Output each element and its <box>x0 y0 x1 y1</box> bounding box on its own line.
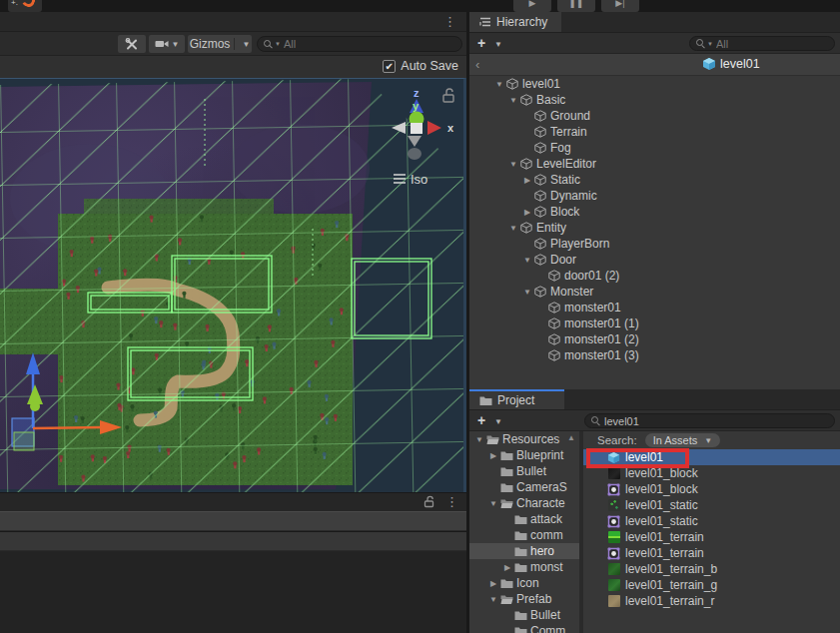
hierarchy-item-leveleditor[interactable]: ▼LevelEditor <box>469 156 840 172</box>
hierarchy-icon <box>479 17 491 27</box>
result-item-level01_block[interactable]: level01_block <box>583 465 840 481</box>
folder-item-monst[interactable]: ▶monst <box>469 559 579 575</box>
project-add-button[interactable]: + <box>477 414 485 426</box>
axis-y-label: y <box>413 100 420 112</box>
hierarchy-item-entity[interactable]: ▼Entity <box>469 220 840 236</box>
folder-item-cameras[interactable]: CameraS <box>469 479 579 495</box>
result-item-level01_block[interactable]: level01_block <box>583 481 840 497</box>
auto-save-toggle[interactable]: ✔ Auto Save <box>383 59 458 73</box>
folder-item-blueprint[interactable]: ▶Blueprint <box>469 447 579 463</box>
expander-icon[interactable]: ▶ <box>487 579 499 588</box>
auto-save-checkbox[interactable]: ✔ <box>383 60 396 73</box>
row-label: Dynamic <box>550 189 597 203</box>
tab-project[interactable]: Project <box>469 389 564 409</box>
scene-kebab-menu-icon[interactable]: ⋮ <box>443 15 456 28</box>
pause-icon: ❚❚ <box>568 0 583 8</box>
result-item-level01_terrain[interactable]: level01_terrain <box>583 545 840 561</box>
tab-hierarchy[interactable]: Hierarchy <box>469 12 561 32</box>
folder-item-bullet[interactable]: Bullet <box>469 463 579 479</box>
play-icon: ▶ <box>529 0 536 8</box>
folder-item-bullet[interactable]: Bullet <box>469 607 579 623</box>
hierarchy-item-level01[interactable]: ▼level01 <box>469 76 840 92</box>
hierarchy-item-terrain[interactable]: Terrain <box>469 124 840 140</box>
project-search-field[interactable] <box>584 413 835 428</box>
folder-item-prefab[interactable]: ▼Prefab <box>469 591 579 607</box>
result-item-level01_static[interactable]: level01_static <box>583 497 840 513</box>
folder-item-comm[interactable]: comm <box>469 527 579 543</box>
gizmos-label: Gizmos <box>190 37 231 51</box>
expander-icon[interactable]: ▶ <box>487 451 499 460</box>
scene-viewport[interactable]: z y x Iso <box>0 78 466 492</box>
hierarchy-item-monster01-3-[interactable]: monster01 (3) <box>469 347 840 363</box>
result-item-level01_terrain_r[interactable]: level01_terrain_r <box>583 593 840 609</box>
lock-open-icon <box>443 89 453 102</box>
folder-item-attack[interactable]: attack <box>469 511 579 527</box>
main-toolbar-strip: +. ▶ ❚❚ ▶| <box>0 0 840 12</box>
folder-item-hero[interactable]: hero <box>469 543 579 559</box>
hierarchy-item-block[interactable]: ▶Block <box>469 204 840 220</box>
expander-icon[interactable]: ▶ <box>521 208 533 217</box>
cube-icon <box>547 270 561 282</box>
folder-item-comm[interactable]: Comm <box>469 623 579 633</box>
folder-item-icon[interactable]: ▶Icon <box>469 575 579 591</box>
hierarchy-item-monster01-1-[interactable]: monster01 (1) <box>469 316 840 331</box>
result-item-level01[interactable]: level01 <box>583 449 840 465</box>
hierarchy-item-playerborn[interactable]: PlayerBorn <box>469 236 840 252</box>
bottom-kebab-menu-icon[interactable]: ⋮ <box>445 495 458 508</box>
collab-orange-icon[interactable]: +. <box>8 0 42 12</box>
gizmos-button[interactable]: Gizmos ▼ <box>188 35 252 53</box>
expander-icon[interactable]: ▼ <box>493 80 505 89</box>
scene-search-input[interactable] <box>284 38 455 50</box>
folder-item-characte[interactable]: ▼Characte <box>469 495 579 511</box>
row-label: level01 <box>522 77 560 91</box>
cube-icon <box>533 238 547 250</box>
hierarchy-item-static[interactable]: ▶Static <box>469 172 840 188</box>
hierarchy-item-fog[interactable]: Fog <box>469 140 840 156</box>
hierarchy-item-dynamic[interactable]: Dynamic <box>469 188 840 204</box>
scrollbar-up-icon[interactable]: ▲ <box>567 433 575 442</box>
folder-icon <box>499 482 513 493</box>
expander-icon[interactable]: ▼ <box>521 256 533 265</box>
project-search-input[interactable] <box>604 415 828 427</box>
breadcrumb-prefab-item[interactable]: level01 <box>702 57 760 71</box>
step-button[interactable]: ▶| <box>601 0 639 12</box>
expander-icon[interactable]: ▼ <box>487 499 499 508</box>
hierarchy-search-input[interactable] <box>716 38 828 50</box>
hierarchy-item-door[interactable]: ▼Door <box>469 252 840 268</box>
project-add-caret-icon[interactable]: ▼ <box>494 417 502 426</box>
tools-button[interactable] <box>118 35 146 53</box>
hierarchy-item-monster[interactable]: ▼Monster <box>469 284 840 300</box>
expander-icon[interactable]: ▶ <box>521 176 533 185</box>
breadcrumb-back-icon[interactable]: ‹ <box>475 57 479 72</box>
search-icon <box>264 40 273 49</box>
hierarchy-item-monster01[interactable]: monster01 <box>469 300 840 316</box>
result-item-level01_static[interactable]: level01_static <box>583 513 840 529</box>
expander-icon[interactable]: ▶ <box>501 563 513 572</box>
hierarchy-add-button[interactable]: + <box>477 37 485 49</box>
hierarchy-item-ground[interactable]: Ground <box>469 108 840 124</box>
row-label: Block <box>550 205 579 219</box>
pause-button[interactable]: ❚❚ <box>557 0 595 12</box>
hierarchy-add-caret-icon[interactable]: ▼ <box>494 40 502 49</box>
expander-icon[interactable]: ▼ <box>487 595 499 604</box>
hierarchy-item-monster01-2-[interactable]: monster01 (2) <box>469 331 840 347</box>
result-item-level01_terrain_g[interactable]: level01_terrain_g <box>583 577 840 593</box>
expander-icon[interactable]: ▼ <box>507 224 519 233</box>
expander-icon[interactable]: ▼ <box>507 96 519 105</box>
hierarchy-search-field[interactable]: ▼ <box>689 36 835 51</box>
folder-item-resources[interactable]: ▼Resources <box>469 431 579 447</box>
hierarchy-item-basic[interactable]: ▼Basic <box>469 92 840 108</box>
lock-open-icon[interactable] <box>422 495 435 508</box>
expander-icon[interactable]: ▼ <box>507 160 519 169</box>
search-scope-pill[interactable]: In Assets ▼ <box>645 433 721 447</box>
play-button[interactable]: ▶ <box>513 0 551 12</box>
camera-view-button[interactable]: ▼ <box>149 35 185 53</box>
result-item-level01_terrain_b[interactable]: level01_terrain_b <box>583 561 840 577</box>
result-label: level01_block <box>625 482 698 496</box>
scene-search-field[interactable]: ▼ <box>257 36 462 52</box>
hierarchy-item-door01-2-[interactable]: door01 (2) <box>469 268 840 284</box>
expander-icon[interactable]: ▼ <box>521 288 533 297</box>
scope-caret-icon: ▼ <box>704 436 712 445</box>
result-item-level01_terrain[interactable]: level01_terrain <box>583 529 840 545</box>
expander-icon[interactable]: ▼ <box>473 435 485 444</box>
